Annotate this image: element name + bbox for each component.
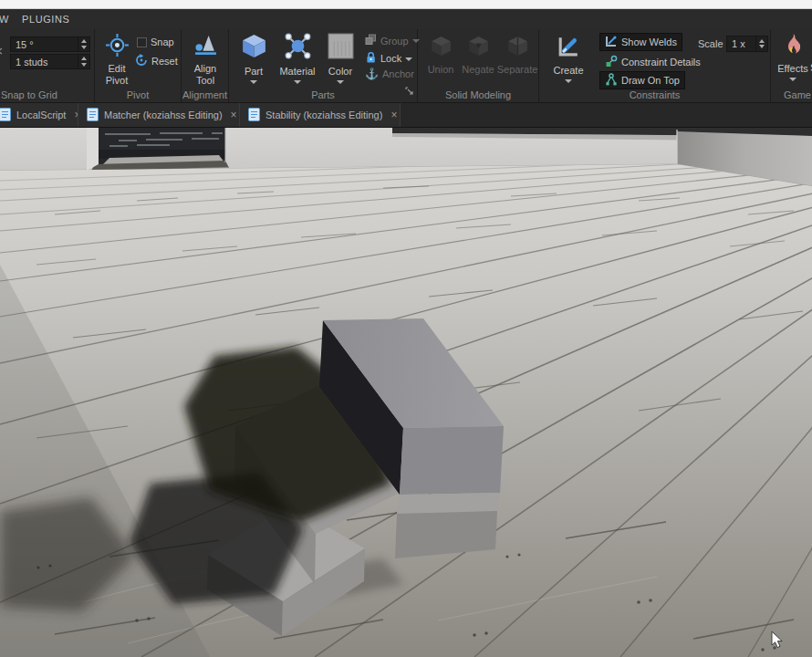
script-icon: [248, 108, 260, 123]
document-tab-bar: LocalScript × Matcher (koziahss Editing)…: [0, 103, 812, 128]
parts-dialog-launcher-icon[interactable]: [405, 82, 413, 99]
scale-value[interactable]: 1 x: [727, 36, 755, 51]
anchor-icon: ⚓: [365, 68, 379, 79]
material-button[interactable]: Material: [276, 32, 318, 84]
tab-label: Matcher (koziahss Editing): [104, 110, 223, 120]
edit-pivot-button[interactable]: Edit Pivot: [99, 33, 135, 86]
section-label-pivot: Pivot: [95, 89, 181, 100]
show-welds-icon: [605, 35, 618, 49]
reset-icon: [135, 54, 148, 68]
group-button[interactable]: Group: [365, 34, 420, 47]
scene-canvas: [0, 128, 812, 657]
edit-pivot-label: Edit Pivot: [99, 63, 135, 86]
material-dropdown-icon[interactable]: [294, 80, 301, 84]
group-snap-to-grid: 15 ° 1 studs Snap to Grid: [0, 29, 95, 102]
align-tool-button[interactable]: Align Tool: [186, 33, 224, 86]
lock-dropdown-icon[interactable]: [405, 57, 412, 61]
tab-stability[interactable]: Stability (koziahss Editing) ×: [240, 103, 401, 127]
move-snap-value[interactable]: 1 studs: [11, 55, 78, 68]
move-snap-arrows[interactable]: [78, 55, 89, 68]
group-solid-modeling: Union Negate: [418, 29, 539, 102]
reset-label: Reset: [151, 56, 178, 67]
material-icon: [284, 32, 312, 64]
effects-flame-icon: [781, 33, 806, 61]
script-icon: [0, 108, 11, 123]
color-swatch-icon: [327, 32, 355, 64]
menu-tab-plugins[interactable]: PLUGINS: [13, 14, 79, 25]
section-label-constraints: Constraints: [539, 89, 770, 100]
script-icon: [87, 108, 99, 123]
scale-label: Scale: [698, 38, 724, 49]
lock-button[interactable]: Lock: [365, 51, 412, 66]
rotate-snap-value[interactable]: 15 °: [11, 37, 78, 51]
group-pivot: Edit Pivot Snap Reset Pivot: [95, 29, 182, 102]
group-label: Group: [380, 36, 409, 47]
draw-on-top-toggle[interactable]: Draw On Top: [599, 71, 685, 89]
negate-button[interactable]: Negate: [460, 34, 496, 76]
group-parts: Part Materia: [229, 29, 418, 102]
anchor-button[interactable]: ⚓ Anchor: [365, 68, 414, 79]
color-dropdown-icon[interactable]: [337, 80, 344, 84]
part-cube-icon: [240, 32, 268, 64]
group-constraints: Create Show Welds: [539, 29, 771, 102]
create-label: Create: [553, 65, 583, 77]
create-dropdown-icon[interactable]: [565, 79, 572, 83]
constraint-details-toggle[interactable]: Constraint Details: [599, 52, 706, 72]
tab-localscript[interactable]: LocalScript ×: [0, 103, 78, 127]
viewport-3d-canvas[interactable]: [0, 128, 812, 657]
material-label: Material: [279, 66, 315, 78]
edit-pivot-icon: [105, 33, 130, 61]
draw-on-top-label: Draw On Top: [621, 75, 680, 86]
lock-icon: [365, 51, 377, 66]
menu-bar: W PLUGINS: [0, 9, 812, 29]
pivot-snap-toggle[interactable]: Snap: [137, 36, 174, 47]
section-label-snap-to-grid: Snap to Grid: [0, 89, 94, 100]
snap-label: Snap: [151, 36, 174, 47]
create-constraint-button[interactable]: Create: [548, 33, 588, 83]
color-button[interactable]: Color: [320, 32, 360, 84]
move-snap-stepper[interactable]: 1 studs: [10, 54, 90, 69]
separate-button[interactable]: Separate: [496, 34, 538, 76]
scale-arrows[interactable]: [755, 36, 767, 51]
union-button[interactable]: Union: [422, 34, 459, 76]
scale-stepper[interactable]: 1 x: [726, 36, 768, 52]
rotate-snap-stepper[interactable]: 15 °: [10, 36, 90, 52]
negate-label: Negate: [462, 64, 494, 76]
draw-on-top-icon: [605, 73, 618, 88]
show-welds-toggle[interactable]: Show Welds: [599, 33, 682, 51]
negate-icon: [466, 34, 491, 62]
snap-checkbox[interactable]: [137, 37, 147, 47]
tab-matcher[interactable]: Matcher (koziahss Editing) ×: [78, 103, 240, 127]
group-icon: [365, 34, 377, 47]
tab-label: Stability (koziahss Editing): [265, 110, 382, 120]
constraint-details-icon: [605, 55, 618, 69]
part-label: Part: [245, 66, 263, 78]
part-button[interactable]: Part: [233, 32, 275, 84]
section-label-alignment: Alignment: [182, 89, 228, 100]
align-tool-icon: [193, 33, 218, 61]
effects-label: Effects: [777, 63, 807, 75]
separate-icon: [505, 34, 530, 62]
ribbon-toolbar: 15 ° 1 studs Snap to Grid: [0, 29, 812, 103]
tab-close-icon[interactable]: ×: [231, 110, 237, 120]
union-icon: [429, 34, 453, 62]
roblox-studio-window: W PLUGINS 15 ° 1 studs Snap to Grid: [0, 0, 812, 657]
pivot-reset-button[interactable]: Reset: [135, 54, 178, 68]
rotate-snap-arrows[interactable]: [78, 37, 89, 51]
section-label-parts: Parts: [229, 89, 417, 100]
window-title-strip: [0, 0, 812, 9]
tab-close-icon[interactable]: ×: [390, 110, 397, 120]
constraint-details-label: Constraint Details: [621, 57, 701, 68]
collapse-chevron-icon[interactable]: [0, 42, 3, 58]
menu-tab-view-partial[interactable]: W: [0, 14, 13, 25]
effects-button[interactable]: Effects: [776, 33, 810, 81]
section-label-game: Game: [771, 89, 812, 100]
separate-label: Separate: [497, 64, 538, 76]
align-tool-label: Align Tool: [186, 63, 224, 86]
section-label-solid-modeling: Solid Modeling: [418, 89, 538, 100]
color-label: Color: [328, 66, 352, 78]
effects-dropdown-icon[interactable]: [789, 78, 796, 81]
group-game: Effects S Game: [771, 29, 812, 102]
anchor-label: Anchor: [382, 68, 414, 79]
part-dropdown-icon[interactable]: [250, 80, 257, 84]
